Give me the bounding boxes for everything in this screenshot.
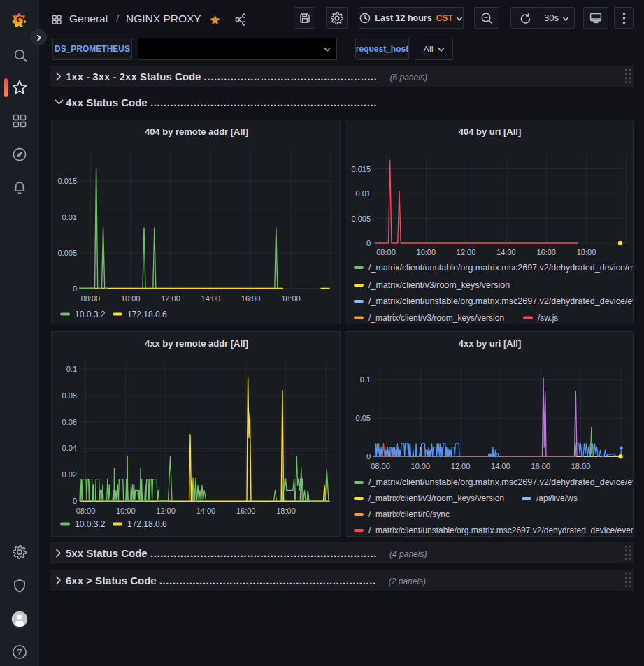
svg-text:4xx by remote addr [All]: 4xx by remote addr [All] <box>145 338 248 349</box>
svg-text:08:00: 08:00 <box>371 462 390 470</box>
svg-text:10.0.3.2: 10.0.3.2 <box>75 519 106 529</box>
svg-text:0: 0 <box>73 284 77 293</box>
svg-text:12:00: 12:00 <box>161 294 180 303</box>
svg-text:0: 0 <box>73 497 77 505</box>
svg-text:08:00: 08:00 <box>81 294 101 303</box>
svg-text:404 by uri [All]: 404 by uri [All] <box>459 126 522 137</box>
svg-text:0.005: 0.005 <box>57 249 77 257</box>
svg-text:18:00: 18:00 <box>571 462 591 470</box>
svg-text:/_matrix/client/unstable/org.m: /_matrix/client/unstable/org.matrix.msc2… <box>368 477 634 487</box>
svg-text:172.18.0.6: 172.18.0.6 <box>127 310 167 319</box>
svg-text:10:00: 10:00 <box>116 507 136 515</box>
svg-text:10:00: 10:00 <box>121 294 141 303</box>
svg-text:404 by remote addr [All]: 404 by remote addr [All] <box>145 126 248 137</box>
svg-text:0: 0 <box>366 452 371 461</box>
svg-text:10:00: 10:00 <box>411 462 431 470</box>
svg-text:08:00: 08:00 <box>76 507 96 515</box>
svg-text:0.1: 0.1 <box>360 375 371 384</box>
svg-text:/_matrix/client/v3/room_keys/v: /_matrix/client/v3/room_keys/version <box>368 280 510 290</box>
svg-text:12:00: 12:00 <box>156 507 176 515</box>
svg-text:16:00: 16:00 <box>536 248 556 256</box>
svg-text:08:00: 08:00 <box>376 248 396 256</box>
svg-text:16:00: 16:00 <box>236 507 256 515</box>
svg-text:/api/live/ws: /api/live/ws <box>536 493 578 503</box>
svg-text:0.015: 0.015 <box>351 165 371 173</box>
svg-text:0.06: 0.06 <box>62 418 77 426</box>
svg-text:0.05: 0.05 <box>356 414 371 422</box>
svg-text:12:00: 12:00 <box>457 248 476 256</box>
svg-text:18:00: 18:00 <box>577 248 596 256</box>
svg-text:0.1: 0.1 <box>66 365 77 373</box>
svg-text:/_matrix/client/v3/room_keys/v: /_matrix/client/v3/room_keys/version <box>368 493 504 503</box>
svg-text:0.015: 0.015 <box>57 177 77 185</box>
svg-text:/_matrix/client/r0/sync: /_matrix/client/r0/sync <box>368 509 450 519</box>
svg-text:172.18.0.6: 172.18.0.6 <box>127 519 167 529</box>
svg-text:14:00: 14:00 <box>196 507 216 515</box>
svg-text:/_matrix/client/unstable/org.m: /_matrix/client/unstable/org.matrix.msc2… <box>368 263 634 273</box>
svg-text:4xx by uri [All]: 4xx by uri [All] <box>459 338 522 349</box>
svg-text:0.08: 0.08 <box>62 391 77 400</box>
svg-text:0.02: 0.02 <box>62 470 77 479</box>
svg-text:12:00: 12:00 <box>451 462 471 470</box>
svg-text:/_matrix/client/unstable/org.m: /_matrix/client/unstable/org.matrix.msc2… <box>368 526 634 535</box>
svg-text:0.01: 0.01 <box>62 213 77 222</box>
svg-text:/_matrix/client/v3/room_keys/v: /_matrix/client/v3/room_keys/version <box>368 313 504 323</box>
svg-text:14:00: 14:00 <box>491 462 510 470</box>
svg-text:0.005: 0.005 <box>351 215 371 223</box>
svg-text:0.01: 0.01 <box>356 189 371 198</box>
svg-text:14:00: 14:00 <box>496 248 516 256</box>
svg-text:14:00: 14:00 <box>201 294 221 303</box>
svg-text:16:00: 16:00 <box>241 294 261 303</box>
svg-text:0.04: 0.04 <box>62 444 77 452</box>
svg-text:/_matrix/client/unstable/org.m: /_matrix/client/unstable/org.matrix.msc2… <box>368 296 634 306</box>
svg-text:18:00: 18:00 <box>276 507 296 515</box>
svg-text:0: 0 <box>366 239 371 247</box>
svg-text:18:00: 18:00 <box>281 294 301 303</box>
svg-text:16:00: 16:00 <box>531 462 550 470</box>
svg-text:/sw.js: /sw.js <box>538 313 558 323</box>
svg-text:10:00: 10:00 <box>417 248 436 256</box>
svg-text:?: ? <box>17 647 22 657</box>
svg-text:10.0.3.2: 10.0.3.2 <box>75 310 106 319</box>
